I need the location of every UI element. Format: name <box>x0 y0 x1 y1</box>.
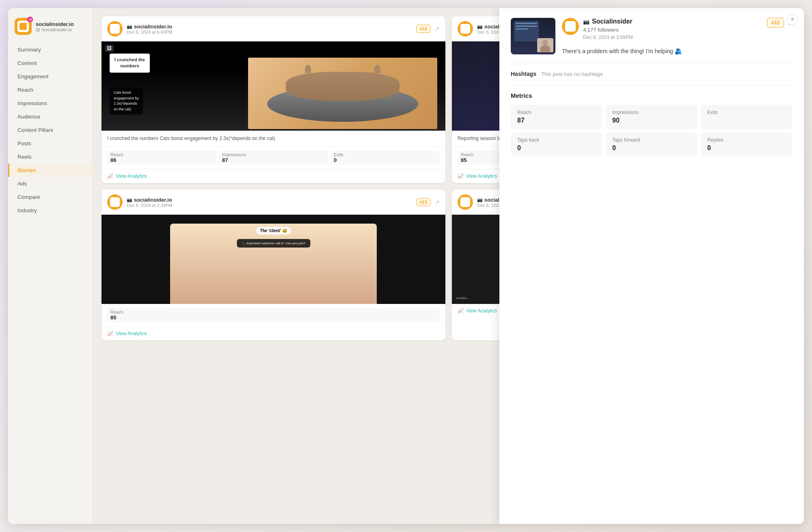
sidebar-item-content[interactable]: Content <box>8 56 93 70</box>
panel-post-caption: There's a problem with the thing! I'm he… <box>562 47 793 56</box>
sidebar-item-summary[interactable]: Summary <box>8 43 93 56</box>
panel-divider-2 <box>511 85 793 86</box>
post-13-date: Dec 6, 2024 at 2:34PM <box>127 203 412 208</box>
metric-reach-label: Reach <box>517 110 596 115</box>
post-10-external-icon[interactable]: ↗ <box>435 26 440 32</box>
metric-taps-forward-value: 0 <box>612 144 691 152</box>
metric-taps-back-label: Taps back <box>517 137 596 143</box>
post-10-caption: I crunched the numbers Cats boost engage… <box>102 131 445 146</box>
metric-cell-exits: Exits <box>701 105 793 129</box>
post-13-reach: Reach 85 <box>107 308 440 322</box>
metric-impressions-label: Impressions <box>612 110 691 115</box>
child-silhouette <box>170 224 376 304</box>
metric-replies-value: 0 <box>707 144 786 152</box>
panel-content-area: 📷 Socialinsider 4,177 followers Dec 6, 2… <box>499 8 804 166</box>
metric-cell-reach: Reach 87 <box>511 105 603 129</box>
sidebar-item-industry[interactable]: Industry <box>8 204 93 217</box>
post-10-view-analytics[interactable]: 📈 View Analytics <box>102 169 445 183</box>
panel-account-name: 📷 Socialinsider <box>583 18 633 25</box>
analytics-chart-icon-2: 📈 <box>458 173 464 179</box>
screen-line-1 <box>516 23 537 24</box>
hashtags-empty-text: This post has no hashtags <box>541 71 603 77</box>
metric-taps-forward-label: Taps forward <box>612 137 691 143</box>
sidebar-item-reach[interactable]: Reach <box>8 83 93 97</box>
analytics-chart-icon-4: 📈 <box>458 308 464 314</box>
metric-cell-taps-back: Taps back 0 <box>511 132 603 157</box>
panel-post-thumbnail <box>511 18 555 54</box>
post-10-image: 🖼 I crunched thenumbers Cats boostengage… <box>102 41 445 131</box>
panel-avatar-inner <box>565 21 576 32</box>
brand-name: socialinsider.io <box>36 21 74 27</box>
avatar-13 <box>107 194 123 210</box>
panel-post-visual <box>511 18 555 54</box>
brand-handle: @ /socialinsider.io <box>36 27 74 32</box>
post-13-metrics: Reach 85 <box>102 304 445 327</box>
panel-close-button[interactable]: × <box>787 14 798 25</box>
analytics-chart-icon: 📈 <box>107 173 113 179</box>
sidebar-nav: Summary Content Engagement Reach Impress… <box>8 43 93 217</box>
post-10-account: 📷 socialinsider.io <box>127 24 412 30</box>
metrics-grid: Reach 87 Impressions 90 Exits Taps back … <box>511 105 793 157</box>
post-card-10: 📷 socialinsider.io Dec 6, 2024 at 6:43PM… <box>102 16 445 183</box>
svg-point-1 <box>30 19 31 20</box>
analytics-chart-icon-3: 📈 <box>107 331 113 336</box>
post-card-13-header: 📷 socialinsider.io Dec 6, 2024 at 2:34PM… <box>102 190 445 215</box>
panel-post-header: 📷 Socialinsider 4,177 followers Dec 6, 2… <box>511 18 793 56</box>
post-card-10-header: 📷 socialinsider.io Dec 6, 2024 at 6:43PM… <box>102 16 445 41</box>
panel-badge: #12 <box>767 18 784 28</box>
panel-name-area: 📷 Socialinsider 4,177 followers Dec 6, 2… <box>583 18 633 44</box>
panel-divider-1 <box>511 64 793 64</box>
sidebar-item-audience[interactable]: Audience <box>8 110 93 123</box>
image-icon-1: 🖼 <box>105 45 114 52</box>
story-cat-img <box>248 58 437 129</box>
person-in-panel <box>537 38 553 52</box>
post-10-date: Dec 6, 2024 at 6:43PM <box>127 30 412 34</box>
hashtags-label: Hashtags <box>511 71 536 77</box>
post-13-image: 🖼 The 'client' 😅 📞 Important customer ca… <box>102 215 445 304</box>
panel-avatar <box>562 18 579 35</box>
sidebar-item-content-pillars[interactable]: Content Pillars <box>8 123 93 137</box>
metric-cell-replies: Replies 0 <box>701 132 793 157</box>
sidebar-item-engagement[interactable]: Engagement <box>8 70 93 83</box>
brand-logo <box>15 18 32 35</box>
metric-replies-label: Replies <box>707 137 786 143</box>
app-container: socialinsider.io @ /socialinsider.io Sum… <box>8 8 804 524</box>
brand-area: socialinsider.io @ /socialinsider.io <box>8 15 93 43</box>
sidebar-item-ads[interactable]: Ads <box>8 177 93 190</box>
post-10-metrics: Reach 86 Impressions 87 Exits 0 <box>102 146 445 169</box>
screen-in-panel <box>514 21 539 41</box>
sidebar: socialinsider.io @ /socialinsider.io Sum… <box>8 8 93 524</box>
sidebar-item-posts[interactable]: Posts <box>8 137 93 150</box>
sidebar-item-stories[interactable]: Stories <box>8 164 93 177</box>
post-10-impressions: Impressions 87 <box>219 151 328 165</box>
metric-reach-value: 87 <box>517 117 596 124</box>
metrics-section-title: Metrics <box>511 92 793 99</box>
post-13-badge: #13 <box>416 198 431 206</box>
post-13-external-icon[interactable]: ↗ <box>435 199 440 205</box>
post-10-exits: Exits 0 <box>330 151 440 165</box>
avatar-14 <box>458 194 473 210</box>
post-card-13: 📷 socialinsider.io Dec 6, 2024 at 2:34PM… <box>102 190 445 340</box>
sidebar-item-compare[interactable]: Compare <box>8 190 93 204</box>
panel-followers: 4,177 followers <box>583 27 633 33</box>
screen-line-2 <box>516 26 537 27</box>
hashtags-row: Hashtags This post has no hashtags <box>511 71 793 77</box>
post-13-view-analytics[interactable]: 📈 View Analytics <box>102 327 445 340</box>
cat-text: I crunched thenumbers <box>110 54 150 73</box>
metric-cell-taps-forward: Taps forward 0 <box>606 132 698 157</box>
sidebar-item-reels[interactable]: Reels <box>8 150 93 164</box>
story-3-visual: 🖼 The 'client' 😅 📞 Important customer ca… <box>102 215 445 304</box>
panel-post-date: Dec 6, 2024 at 3:59PM <box>583 34 633 40</box>
avatar-10 <box>107 21 123 37</box>
brand-text: socialinsider.io @ /socialinsider.io <box>36 21 74 32</box>
call-notification-overlay: 📞 Important customer call in. Can you jo… <box>237 239 310 248</box>
svg-point-2 <box>30 19 31 19</box>
post-13-account: 📷 socialinsider.io <box>127 197 412 203</box>
post-10-reach: Reach 86 <box>107 151 216 165</box>
panel-account-details: 📷 Socialinsider 4,177 followers Dec 6, 2… <box>562 18 793 56</box>
cat-stats-text: Cats boostengagement by2.3x(*dependson t… <box>110 88 143 114</box>
sidebar-item-impressions[interactable]: Impressions <box>8 97 93 110</box>
story-1-visual: 🖼 I crunched thenumbers Cats boostengage… <box>102 41 445 131</box>
metric-cell-impressions: Impressions 90 <box>606 105 698 129</box>
avatar-11 <box>458 21 473 37</box>
